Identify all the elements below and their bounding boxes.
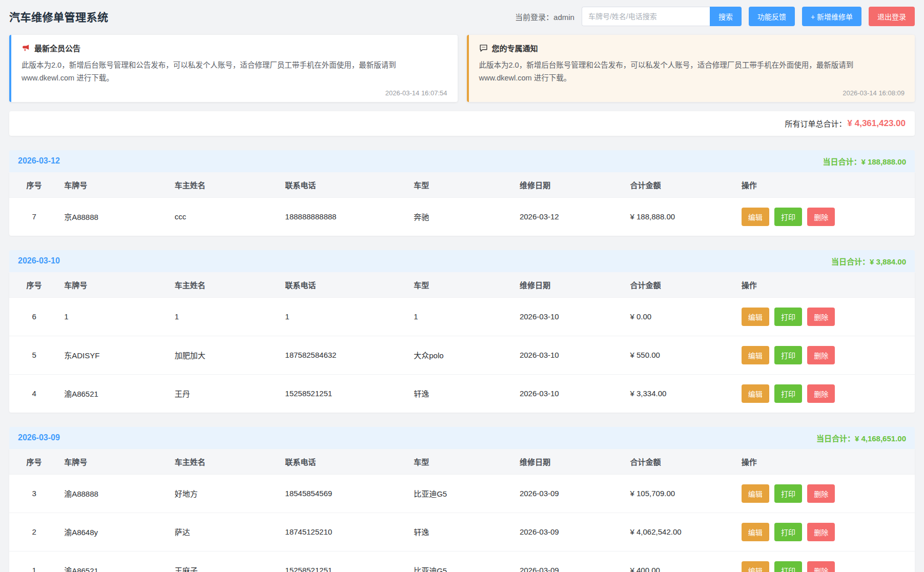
speech-bubble-icon: [479, 44, 488, 52]
order-sections: 2026-03-12 当日合计：¥ 188,888.00 序号车牌号车主姓名联系…: [0, 150, 924, 572]
day-header: 2026-03-10 当日合计：¥ 3,884.00: [9, 250, 915, 272]
orders-table: 序号车牌号车主姓名联系电话车型维修日期合计金额操作 7 京A88888 ccc …: [9, 172, 915, 236]
column-header: 合计金额: [625, 449, 736, 475]
delete-button[interactable]: 删除: [807, 384, 835, 403]
column-header: 序号: [9, 272, 59, 298]
print-button[interactable]: 打印: [774, 561, 802, 572]
column-header: 操作: [736, 272, 915, 298]
search-group: 搜索: [582, 7, 742, 26]
edit-button[interactable]: 编辑: [742, 346, 769, 364]
delete-button[interactable]: 删除: [807, 484, 835, 503]
announcement-timestamp: 2026-03-14 16:07:54: [22, 85, 447, 97]
print-button[interactable]: 打印: [774, 346, 802, 364]
column-header: 维修日期: [515, 449, 625, 475]
table-row: 1 渝A86521 王麻子 15258521251 比亚迪G5 2026-03-…: [9, 551, 915, 572]
cell-date: 2026-03-09: [515, 551, 625, 572]
orders-table-card: 序号车牌号车主姓名联系电话车型维修日期合计金额操作 6 1 1 1 1 2026…: [9, 272, 915, 413]
delete-button[interactable]: 删除: [807, 561, 835, 572]
column-header: 操作: [736, 172, 915, 198]
cell-seq: 3: [9, 474, 59, 513]
print-button[interactable]: 打印: [774, 484, 802, 503]
header-actions: 当前登录：admin 搜索 功能反馈 + 新增维修单 退出登录: [515, 7, 915, 26]
personal-notice-card: 您的专属通知 此版本为2.0，新增后台账号管理和公告发布，可以私发个人账号，适合…: [467, 35, 915, 102]
cell-model: 比亚迪G5: [408, 551, 515, 572]
login-info: 当前登录：admin: [515, 11, 574, 22]
cell-owner: 1: [170, 297, 280, 336]
cell-owner: 王丹: [170, 374, 280, 413]
add-repair-order-button[interactable]: + 新增维修单: [802, 7, 861, 26]
cell-plate: 东ADISYF: [59, 336, 170, 374]
orders-table-card: 序号车牌号车主姓名联系电话车型维修日期合计金额操作 7 京A88888 ccc …: [9, 172, 915, 236]
search-button[interactable]: 搜索: [710, 7, 742, 26]
day-section: 2026-03-09 当日合计：¥ 4,168,651.00 序号车牌号车主姓名…: [9, 427, 915, 572]
edit-button[interactable]: 编辑: [742, 384, 769, 403]
edit-button[interactable]: 编辑: [742, 484, 769, 503]
day-header: 2026-03-12 当日合计：¥ 188,888.00: [9, 150, 915, 172]
column-header: 合计金额: [625, 172, 736, 198]
cell-amount: ¥ 400.00: [625, 551, 736, 572]
column-header: 联系电话: [280, 449, 408, 475]
cell-amount: ¥ 0.00: [625, 297, 736, 336]
day-total-label: 当日合计：: [823, 157, 861, 166]
edit-button[interactable]: 编辑: [742, 308, 769, 326]
cell-date: 2026-03-10: [515, 374, 625, 413]
table-row: 5 东ADISYF 加肥加大 187582584632 大众polo 2026-…: [9, 336, 915, 374]
cell-seq: 1: [9, 551, 59, 572]
cell-phone: 187582584632: [280, 336, 408, 374]
cell-actions: 编辑 打印 删除: [736, 551, 915, 572]
print-button[interactable]: 打印: [774, 523, 802, 541]
megaphone-icon: [22, 44, 30, 52]
cell-phone: 15258521251: [280, 374, 408, 413]
day-total-amount: ¥ 188,888.00: [861, 157, 906, 166]
column-header: 序号: [9, 172, 59, 198]
day-total-amount: ¥ 3,884.00: [870, 257, 906, 266]
cell-actions: 编辑 打印 删除: [736, 513, 915, 551]
day-total-amount: ¥ 4,168,651.00: [855, 434, 906, 443]
cell-model: 大众polo: [408, 336, 515, 374]
cell-plate: 京A88888: [59, 197, 170, 236]
search-input[interactable]: [582, 7, 710, 26]
day-date: 2026-03-12: [18, 156, 60, 166]
announcement-card: 最新全员公告 此版本为2.0，新增后台账号管理和公告发布，可以私发个人账号，适合…: [9, 35, 458, 102]
column-header: 车型: [408, 272, 515, 298]
cell-actions: 编辑 打印 删除: [736, 336, 915, 374]
column-header: 车型: [408, 172, 515, 198]
table-header-row: 序号车牌号车主姓名联系电话车型维修日期合计金额操作: [9, 449, 915, 475]
column-header: 合计金额: [625, 272, 736, 298]
print-button[interactable]: 打印: [774, 208, 802, 226]
cell-owner: ccc: [170, 197, 280, 236]
cell-owner: 加肥加大: [170, 336, 280, 374]
cell-actions: 编辑 打印 删除: [736, 374, 915, 413]
cell-model: 轩逸: [408, 513, 515, 551]
cell-model: 1: [408, 297, 515, 336]
delete-button[interactable]: 删除: [807, 523, 835, 541]
day-header: 2026-03-09 当日合计：¥ 4,168,651.00: [9, 427, 915, 449]
orders-total-amount: ¥ 4,361,423.00: [848, 118, 906, 129]
login-label: 当前登录：: [515, 13, 553, 22]
personal-notice-title-text: 您的专属通知: [492, 43, 538, 53]
table-row: 3 渝A88888 好地方 18545854569 比亚迪G5 2026-03-…: [9, 474, 915, 513]
column-header: 车牌号: [59, 449, 170, 475]
print-button[interactable]: 打印: [774, 384, 802, 403]
column-header: 序号: [9, 449, 59, 475]
feedback-button[interactable]: 功能反馈: [749, 7, 795, 26]
edit-button[interactable]: 编辑: [742, 561, 769, 572]
orders-table: 序号车牌号车主姓名联系电话车型维修日期合计金额操作 3 渝A88888 好地方 …: [9, 449, 915, 572]
column-header: 车主姓名: [170, 272, 280, 298]
print-button[interactable]: 打印: [774, 308, 802, 326]
login-username: admin: [553, 13, 574, 22]
edit-button[interactable]: 编辑: [742, 208, 769, 226]
table-row: 6 1 1 1 1 2026-03-10 ¥ 0.00 编辑 打印 删除: [9, 297, 915, 336]
cell-plate: 1: [59, 297, 170, 336]
delete-button[interactable]: 删除: [807, 208, 835, 226]
cell-phone: 15258521251: [280, 551, 408, 572]
announcement-title: 最新全员公告: [22, 43, 447, 53]
day-total: 当日合计：¥ 188,888.00: [823, 156, 906, 167]
app-header: 汽车维修单管理系统 当前登录：admin 搜索 功能反馈 + 新增维修单 退出登…: [0, 0, 924, 33]
edit-button[interactable]: 编辑: [742, 523, 769, 541]
cell-date: 2026-03-10: [515, 297, 625, 336]
logout-button[interactable]: 退出登录: [869, 7, 915, 26]
table-row: 4 渝A86521 王丹 15258521251 轩逸 2026-03-10 ¥…: [9, 374, 915, 413]
delete-button[interactable]: 删除: [807, 308, 835, 326]
delete-button[interactable]: 删除: [807, 346, 835, 364]
